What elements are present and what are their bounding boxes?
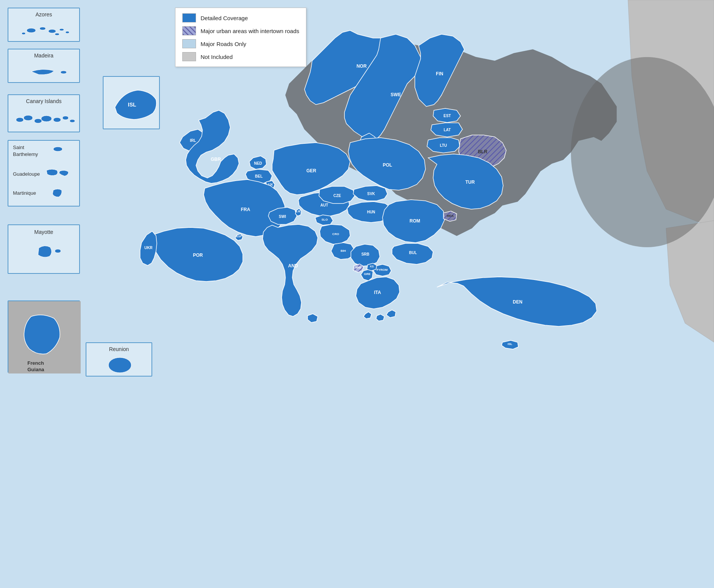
swe-label: SWE [390, 92, 401, 97]
azores-label: Azores [35, 11, 52, 17]
svg-point-12 [16, 118, 24, 122]
legend-item-urban: Major urban areas with intertown roads [182, 26, 299, 35]
detailed-label: Detailed Coverage [201, 15, 248, 21]
saint-bart-label2: Barthelemy [13, 151, 38, 157]
est-label: EST [443, 114, 451, 118]
cze-label: CZE [333, 194, 341, 198]
ita-label: AND [288, 263, 298, 269]
legend-item-detailed: Detailed Coverage [182, 13, 299, 22]
ltu-label: LTU [440, 143, 447, 148]
lie-label: LIE [296, 210, 301, 213]
ger-label: GER [306, 168, 316, 173]
alb-label: GRE [364, 272, 371, 276]
por-label: UKR [144, 246, 153, 250]
fyrom-label: FYROM [377, 268, 388, 272]
guadeloupe-label: Guadeloupe [13, 171, 40, 177]
french-guiana-label2: Guiana [27, 367, 44, 372]
cyp-label: ISL [508, 342, 513, 346]
svg-point-10 [55, 33, 59, 35]
inset-azores: Azores [8, 8, 80, 42]
legend-item-major-roads: Major Roads Only [182, 39, 299, 48]
svg-point-5 [40, 27, 46, 30]
swi-label: SWI [279, 215, 286, 219]
svg-point-4 [27, 28, 36, 33]
srb-label: SRB [361, 252, 369, 256]
inset-isl: ISL [103, 76, 160, 129]
svg-text:ISL: ISL [128, 102, 136, 108]
aut-label: AUT [320, 203, 328, 207]
mda-label: MDA [447, 214, 454, 218]
svg-point-6 [48, 29, 56, 33]
svg-point-7 [59, 29, 64, 31]
inset-canary: Canary Islands [8, 94, 80, 132]
ukr-label: TUR [465, 180, 475, 185]
nor-label: NOR [357, 64, 367, 69]
french-guiana-label: French [27, 360, 44, 366]
detailed-swatch [182, 13, 196, 22]
legend-box: Detailed Coverage Major urban areas with… [175, 8, 306, 67]
svg-point-21 [55, 249, 61, 253]
ks-label: KS [370, 265, 374, 268]
inset-madeira: Madeira [8, 49, 80, 83]
bul-label: BUL [409, 251, 417, 255]
svg-point-16 [53, 118, 61, 122]
svg-point-8 [65, 31, 69, 33]
major-roads-label: Major Roads Only [201, 41, 246, 47]
bih-label: BIH [341, 249, 346, 253]
svg-point-22 [108, 358, 131, 373]
esp-label: POR [193, 253, 203, 258]
svg-point-18 [70, 119, 75, 122]
hun-label: HUN [367, 210, 375, 214]
inset-reunion: Reunion [86, 342, 152, 377]
svg-point-13 [24, 115, 33, 121]
svg-point-9 [22, 32, 26, 35]
gbr-label: GBR [211, 157, 221, 162]
pol-label: POL [383, 162, 392, 168]
legend-item-not-included: Not Included [182, 52, 299, 61]
rom-label: ROM [410, 218, 420, 224]
svk-label: SVK [367, 192, 375, 196]
not-included-swatch [182, 52, 196, 61]
mne-label: MNE [355, 266, 362, 269]
martinique-label: Martinique [13, 190, 36, 196]
reunion-label: Reunion [109, 346, 129, 352]
inset-mayotte: Mayotte [8, 224, 80, 274]
fin-label: FIN [436, 71, 443, 76]
slo-label: SLO [322, 218, 328, 221]
irl-label: IRL [190, 138, 196, 143]
urban-label: Major urban areas with intertown roads [201, 28, 299, 34]
cro-label: CRO [332, 232, 339, 236]
bel-label: BEL [255, 174, 263, 178]
svg-point-11 [61, 71, 67, 74]
blr-label: BLR [478, 149, 488, 154]
svg-point-14 [34, 119, 42, 123]
ned-label: NED [254, 161, 262, 165]
gre-label: ITA [374, 290, 381, 295]
canary-label: Canary Islands [26, 98, 61, 104]
fra-label: FRA [241, 207, 250, 212]
inset-french-guiana: French Guiana [8, 300, 80, 373]
not-included-label: Not Included [201, 54, 233, 60]
major-roads-swatch [182, 39, 196, 48]
lat-label: LAT [444, 128, 451, 132]
inset-saint-group: Saint Barthelemy Guadeloupe Martinique [8, 140, 80, 207]
mayotte-label: Mayotte [34, 229, 53, 235]
and-label: ESP [236, 235, 242, 238]
svg-point-17 [62, 116, 69, 120]
svg-point-15 [41, 116, 52, 122]
saint-bart-label: Saint [13, 145, 24, 150]
svg-point-20 [53, 147, 62, 151]
madeira-label: Madeira [34, 52, 54, 59]
urban-swatch [182, 26, 196, 35]
tur-label: DEN [513, 299, 522, 305]
